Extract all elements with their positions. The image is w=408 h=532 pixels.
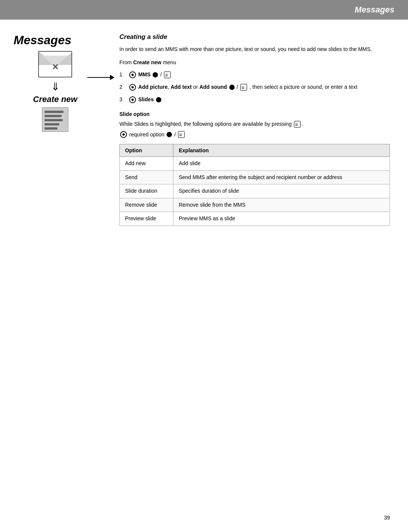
- table-cell-option: Remove slide: [120, 198, 173, 212]
- from-line: From Create new menu: [119, 59, 390, 65]
- page-title: Messages: [14, 33, 71, 47]
- left-sidebar: Messages ✕ ⇓ Create new: [14, 33, 97, 518]
- step-2-number: 2: [119, 83, 125, 91]
- slide-option-title: Slide option: [119, 111, 390, 117]
- step-2: 2 Add picture, Add text or Add sound / ,…: [119, 83, 390, 91]
- step-1-mms: MMS: [138, 71, 151, 77]
- document-icon: [40, 107, 70, 134]
- table-row: Remove slideRemove slide from the MMS: [120, 198, 390, 212]
- intro-text: In order to send an MMS with more than o…: [119, 45, 390, 53]
- options-table: Option Explanation Add newAdd slideSendS…: [119, 144, 390, 226]
- table-cell-option: Slide duration: [120, 184, 173, 198]
- table-row: Preview slidePreview MMS as a slide: [120, 212, 390, 226]
- section-title: Creating a slide: [119, 33, 390, 41]
- step-1-content: MMS /: [128, 71, 390, 79]
- step-1: 1 MMS /: [119, 71, 390, 79]
- doc-body: [42, 107, 68, 132]
- table-cell-option: Send: [120, 170, 173, 184]
- table-header-explanation: Explanation: [173, 144, 390, 157]
- menu-icon-2: [240, 84, 247, 91]
- step-3: 3 Slides: [119, 96, 390, 104]
- doc-lines: [42, 108, 68, 133]
- main-content: Messages ✕ ⇓ Create new: [0, 20, 408, 532]
- add-picture-label: Add picture: [138, 84, 168, 90]
- from-line-bold: Create new: [133, 59, 162, 65]
- header-title: Messages: [355, 5, 394, 15]
- table-header-option: Option: [120, 144, 173, 157]
- step-3-number: 3: [119, 96, 125, 104]
- table-cell-option: Add new: [120, 157, 173, 171]
- table-cell-explanation: Send MMS after entering the subject and …: [173, 170, 390, 184]
- create-new-label: Create new: [33, 94, 77, 104]
- center-btn-icon-4: [167, 132, 172, 137]
- table-row: SendSend MMS after entering the subject …: [120, 170, 390, 184]
- doc-line: [45, 127, 57, 130]
- nav-dial-icon-3: [129, 96, 136, 103]
- down-arrow-icon: ⇓: [51, 80, 60, 93]
- add-text-label: Add text: [170, 84, 192, 90]
- table-cell-explanation: Add slide: [173, 157, 390, 171]
- doc-line: [45, 115, 62, 117]
- table-row: Add newAdd slide: [120, 157, 390, 171]
- right-content: Creating a slide In order to send an MMS…: [97, 33, 390, 518]
- page-number: 39: [384, 515, 390, 521]
- nav-option-line: required option /: [119, 131, 390, 138]
- table-cell-explanation: Preview MMS as a slide: [173, 212, 390, 226]
- header-bar: Messages: [0, 0, 408, 20]
- table-header-row: Option Explanation: [120, 144, 390, 157]
- step-2-content: Add picture, Add text or Add sound / , t…: [128, 83, 390, 91]
- slide-option-desc: While Slides is highlighted, the followi…: [119, 120, 390, 128]
- slides-label: Slides: [138, 96, 154, 102]
- menu-icon-4: [178, 131, 185, 138]
- doc-line: [45, 111, 63, 113]
- table-cell-option: Preview slide: [120, 212, 173, 226]
- step-1-number: 1: [119, 71, 125, 79]
- menu-icon-1: [164, 71, 171, 78]
- envelope-x-mark: ✕: [52, 62, 59, 72]
- doc-line: [45, 123, 59, 125]
- arrow-line: [87, 77, 110, 78]
- envelope-icon: ✕: [38, 51, 72, 77]
- nav-dial-icon-4: [120, 131, 127, 138]
- table-row: Slide durationSpecifies duration of slid…: [120, 184, 390, 198]
- nav-dial-icon-2: [129, 84, 136, 91]
- center-btn-icon-2: [229, 85, 235, 90]
- steps-list: 1 MMS / 2 Add picture, Add text or Add s…: [119, 71, 390, 104]
- step-3-content: Slides: [128, 96, 390, 104]
- add-sound-label: Add sound: [199, 84, 227, 90]
- table-cell-explanation: Remove slide from the MMS: [173, 198, 390, 212]
- table-cell-explanation: Specifies duration of slide: [173, 184, 390, 198]
- doc-line: [45, 119, 63, 121]
- center-btn-icon: [153, 72, 158, 77]
- menu-icon-3: [294, 121, 301, 128]
- arrow-head: [110, 75, 114, 80]
- center-btn-icon-3: [156, 97, 161, 102]
- nav-dial-icon: [129, 71, 136, 78]
- connect-arrow: [87, 75, 114, 80]
